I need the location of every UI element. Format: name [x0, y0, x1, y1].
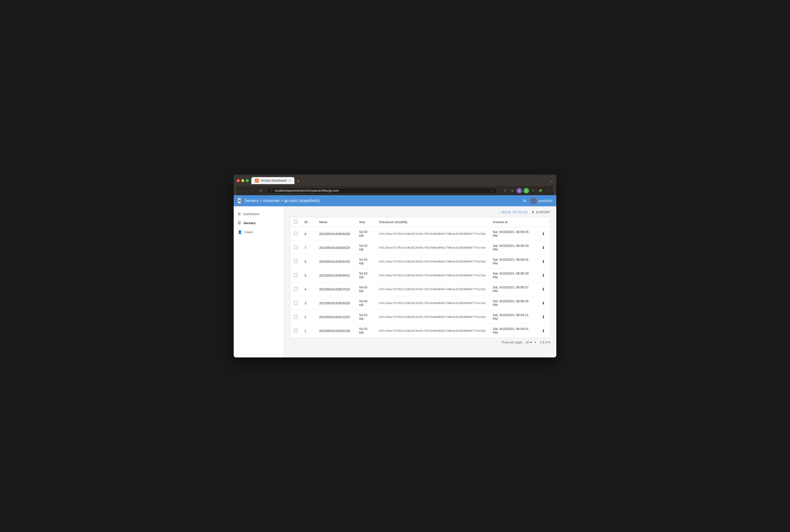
shield-toolbar-icon[interactable]: 🛡 [502, 188, 508, 193]
th-action [537, 217, 550, 227]
table-row: 5 20230916163839031 54.03 KB df6c36aef31… [290, 268, 550, 282]
row-checkbox-cell [290, 268, 301, 282]
row-checkbox-2[interactable] [294, 260, 297, 263]
row-name: 20230916163837022 [316, 282, 356, 296]
download-button[interactable]: ⬇ [540, 231, 547, 237]
row-size: 54.03 KB [356, 255, 375, 268]
download-button[interactable]: ⬇ [540, 259, 547, 265]
row-checkbox-cell [290, 227, 301, 241]
rows-per-page-select[interactable]: 10 25 50 [524, 340, 533, 344]
row-name: 20230916163839031 [316, 268, 356, 282]
row-checkbox-5[interactable] [294, 301, 297, 305]
export-button[interactable]: ⬇ EXPORT [532, 210, 550, 214]
table-header-row: ID ↑ Name Size Checksum (sha256) [290, 217, 550, 227]
th-created: Created at [489, 217, 537, 227]
th-name: Name [316, 217, 356, 227]
info-toolbar-icon[interactable]: ℹ [510, 188, 515, 193]
row-checkbox-cell [290, 255, 301, 268]
row-created-at: Sat, 9/16/2023, 08:04:01 PM [489, 324, 537, 338]
sidebar-item-servers[interactable]: ☰ Servers [234, 218, 284, 227]
rows-per-page-chevron-icon: ▾ [534, 341, 536, 344]
row-action-cell: ⬇ [537, 324, 550, 338]
row-checkbox-cell [290, 282, 301, 296]
username-label: artm2000 [538, 199, 552, 203]
row-checkbox-0[interactable] [294, 232, 297, 235]
row-checksum: df6c36aef31f82c5a9b3623b59cf561440a084b1… [375, 268, 489, 282]
back-to-files-button[interactable]: ‹ BACK TO FILES [499, 210, 528, 214]
row-checkbox-3[interactable] [294, 273, 297, 277]
browser-menu-icon[interactable]: ⋮ [545, 188, 550, 193]
address-bar: ← → ↻ 🛡 localhost/panel/servers/2/myserv… [237, 186, 553, 195]
download-button[interactable]: ⬇ [540, 272, 547, 278]
bookmark-icon[interactable]: ☆ [491, 189, 494, 192]
select-all-checkbox[interactable] [294, 220, 297, 224]
forward-button[interactable]: → [249, 188, 255, 194]
tab-title: Archivo Dashboard [261, 179, 287, 183]
sidebar-label-servers: Servers [243, 221, 256, 225]
header-right: ↻ 👤 artm2000 [523, 197, 552, 204]
toolbar-row: ‹ BACK TO FILES ⬇ EXPORT [290, 210, 550, 214]
table-row: 6 20230916163841020 54.03 KB df6c36aef31… [290, 255, 550, 268]
active-tab[interactable]: A Archivo Dashboard ✕ [251, 177, 294, 184]
row-checkbox-6[interactable] [294, 315, 297, 318]
row-checksum: df6c36aef31f82c5a9b3623b59cf561440a084b1… [375, 324, 489, 338]
minimize-dot[interactable] [241, 179, 244, 182]
sidebar-item-users[interactable]: 👤 Users [234, 227, 284, 236]
row-checkbox-1[interactable] [294, 246, 297, 249]
row-created-at: Sat, 9/16/2023, 08:08:43 PM [489, 241, 537, 255]
export-label: EXPORT [536, 210, 550, 214]
download-button[interactable]: ⬇ [540, 245, 547, 251]
sidebar-label-users: Users [244, 230, 253, 234]
app-header: ≡ Servers > myserver > go.sum (snapshots… [234, 195, 556, 206]
download-button[interactable]: ⬇ [540, 314, 547, 320]
new-tab-button[interactable]: + [295, 179, 302, 184]
rows-per-page-label: Rows per page: [502, 341, 523, 344]
user-menu-button[interactable]: 👤 artm2000 [530, 197, 552, 204]
hamburger-button[interactable]: ≡ [238, 198, 241, 204]
table-body: 8 20230916163845028 54.03 KB df6c36aef31… [290, 227, 550, 338]
snapshots-table: ID ↑ Name Size Checksum (sha256) [290, 217, 550, 338]
row-created-at: Sat, 9/16/2023, 08:04:11 PM [489, 310, 537, 324]
download-button[interactable]: ⬇ [540, 286, 547, 292]
row-created-at: Sat, 9/16/2023, 08:08:39 PM [489, 268, 537, 282]
close-dot[interactable] [237, 179, 240, 182]
url-text: localhost/panel/servers/2/myserver/files… [275, 189, 489, 192]
avatar: 👤 [530, 197, 537, 204]
extensions-icon[interactable]: 🧩 [538, 188, 543, 193]
breadcrumb: Servers > myserver > go.sum (snapshots) [244, 198, 523, 203]
rows-per-page-control: Rows per page: 10 25 50 ▾ [502, 340, 536, 344]
url-bar[interactable]: 🛡 localhost/panel/servers/2/myserver/fil… [267, 188, 497, 194]
tab-menu-button[interactable]: ⌄ [550, 178, 553, 183]
row-id: 3 [301, 296, 316, 310]
row-checksum: df6c36aef31f82c5a9b3623b59cf561440a084b1… [375, 282, 489, 296]
window-controls [237, 179, 249, 182]
tab-close-button[interactable]: ✕ [289, 179, 291, 183]
sidebar-item-dashboard[interactable]: ⊞ Dashboard [234, 209, 284, 218]
extension-icon-purple[interactable]: A [516, 188, 522, 193]
back-chevron-icon: ‹ [499, 210, 500, 214]
maximize-dot[interactable] [246, 179, 249, 182]
back-button[interactable]: ← [240, 188, 246, 194]
back-to-files-label: BACK TO FILES [502, 210, 528, 214]
row-checksum: df6c36aef31f82c5a9b3623b59cf561440a084b1… [375, 255, 489, 268]
row-created-at: Sat, 9/16/2023, 08:08:45 PM [489, 227, 537, 241]
download-button[interactable]: ⬇ [540, 300, 547, 306]
row-checkbox-cell [290, 324, 301, 338]
row-checkbox-cell [290, 296, 301, 310]
th-size: Size [356, 217, 375, 227]
refresh-button[interactable]: ↻ [523, 198, 526, 203]
th-checkbox [290, 217, 301, 227]
row-action-cell: ⬇ [537, 227, 550, 241]
th-id[interactable]: ID ↑ [301, 217, 316, 227]
row-checksum: df6c36aef31f82c5a9b3623b59cf561440a084b1… [375, 241, 489, 255]
servers-icon: ☰ [238, 221, 241, 225]
refresh-nav-button[interactable]: ↻ [258, 188, 264, 194]
extension-icon-shield[interactable]: 🛡 [531, 188, 536, 193]
download-button[interactable]: ⬇ [540, 328, 547, 334]
row-size: 54.03 KB [356, 268, 375, 282]
row-checkbox-4[interactable] [294, 287, 297, 291]
extension-icon-green[interactable]: G [523, 188, 529, 193]
table-footer: Rows per page: 10 25 50 ▾ 1-8 of 8 [290, 338, 550, 345]
row-checkbox-7[interactable] [294, 329, 297, 332]
sidebar: ⊞ Dashboard ☰ Servers 👤 Users [234, 206, 284, 358]
